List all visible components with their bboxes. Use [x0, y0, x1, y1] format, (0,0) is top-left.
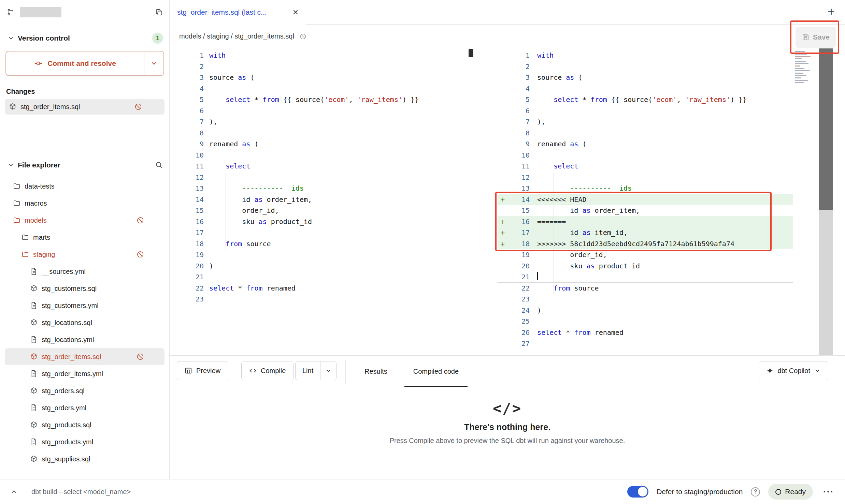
editor-modified[interactable]: 1with23source as (45 select * from {{ so… — [498, 48, 845, 355]
commit-options-button[interactable] — [144, 51, 163, 75]
lint-options-button[interactable] — [320, 361, 336, 380]
lint-label: Lint — [302, 367, 313, 375]
file-name: stg_locations.sql — [42, 319, 92, 327]
sidebar-item-stg_orders.sql[interactable]: stg_orders.sql — [5, 382, 164, 399]
code-line-23: 23 — [170, 294, 474, 305]
code-line-1: 1with — [170, 50, 474, 61]
breadcrumb-row: models / staging / stg_order_items.sql — [170, 24, 845, 48]
file-name: stg_supplies.sql — [42, 455, 90, 463]
compile-button[interactable]: Compile — [241, 361, 293, 380]
commit-and-resolve-button[interactable]: Commit and resolve — [5, 51, 164, 76]
file-name: models — [25, 217, 46, 224]
scrollbar[interactable] — [819, 48, 833, 355]
left-scrollbar-thumb[interactable] — [469, 49, 473, 57]
code-line-17: 17 — [170, 227, 474, 238]
code-line-22: 22select * from renamed — [170, 283, 474, 294]
breadcrumb: models / staging / stg_order_items.sql — [179, 32, 294, 40]
code-line-6: 6 — [498, 105, 793, 117]
file-name: stg_products.sql — [42, 421, 91, 429]
sidebar-item-macros[interactable]: macros — [5, 195, 164, 212]
folder-icon — [22, 251, 29, 258]
sidebar-item-data-tests[interactable]: data-tests — [5, 178, 164, 195]
file-name: stg_products.yml — [42, 438, 93, 446]
copy-icon[interactable] — [155, 8, 163, 16]
code-line-6: 6 — [170, 105, 474, 117]
sidebar-item-__sources.yml[interactable]: __sources.yml — [5, 263, 164, 280]
file-name: stg_customers.yml — [42, 302, 99, 310]
version-control-section-header[interactable]: Version control 1 — [0, 28, 169, 48]
new-tab-icon[interactable]: + — [828, 5, 835, 19]
changed-file-row[interactable]: stg_order_items.sql — [5, 99, 164, 115]
sidebar-item-stg_locations.sql[interactable]: stg_locations.sql — [5, 314, 164, 331]
empty-state-subtitle: Press Compile above to preview the SQL d… — [170, 437, 845, 445]
scrollbar-thumb[interactable] — [819, 48, 833, 210]
yml-icon — [30, 268, 38, 275]
file-name: __sources.yml — [42, 268, 86, 276]
yml-icon — [30, 404, 38, 412]
close-icon[interactable]: × — [293, 8, 298, 17]
code-icon-large: </> — [170, 400, 845, 417]
sidebar-item-marts[interactable]: marts — [5, 229, 164, 246]
model-icon — [30, 285, 38, 292]
lint-button[interactable]: Lint — [296, 361, 320, 380]
defer-toggle[interactable] — [627, 486, 648, 498]
commit-and-resolve-main[interactable]: Commit and resolve — [6, 51, 144, 75]
lint-button-group: Lint — [295, 361, 336, 380]
chevron-down-icon — [814, 368, 820, 374]
expand-command-bar-icon[interactable] — [10, 488, 18, 495]
sidebar-item-stg_supplies.sql[interactable]: stg_supplies.sql — [5, 450, 164, 468]
changes-count-badge: 1 — [152, 33, 163, 44]
sidebar-item-models[interactable]: models — [5, 212, 164, 229]
chevron-down-icon — [8, 35, 14, 42]
bottom-toolbar: Preview Compile Lint — [170, 356, 845, 387]
sidebar-item-staging[interactable]: staging — [5, 246, 164, 263]
code-line-16: 16 sku as product_id — [170, 216, 474, 227]
minimap[interactable] — [795, 51, 816, 89]
save-button[interactable]: Save — [796, 27, 836, 48]
tab-bar: stg_order_items.sql (last c... × + — [170, 0, 845, 25]
code-line-9: 9renamed as ( — [170, 138, 474, 150]
sidebar-item-stg_order_items.yml[interactable]: stg_order_items.yml — [5, 365, 164, 382]
code-line-21: 21 — [498, 271, 793, 283]
discard-change-icon[interactable] — [137, 217, 144, 224]
sidebar-item-stg_customers.sql[interactable]: stg_customers.sql — [5, 280, 164, 297]
discard-change-icon[interactable] — [137, 353, 144, 360]
sidebar-item-stg_products.yml[interactable]: stg_products.yml — [5, 433, 164, 450]
code-line-7: 7), — [498, 116, 793, 128]
tab-results[interactable]: Results — [356, 356, 396, 387]
sidebar-item-stg_customers.yml[interactable]: stg_customers.yml — [5, 297, 164, 314]
empty-state: </> There's nothing here. Press Compile … — [170, 400, 845, 445]
sidebar-item-stg_order_items.sql[interactable]: stg_order_items.sql — [5, 348, 164, 365]
branch-icon[interactable] — [7, 8, 15, 16]
copilot-label: dbt Copilot — [777, 367, 810, 375]
file-explorer-header[interactable]: File explorer — [0, 155, 169, 175]
model-icon — [30, 353, 38, 360]
command-input[interactable]: dbt build --select <model_name> — [31, 488, 131, 496]
sidebar-item-stg_orders.yml[interactable]: stg_orders.yml — [5, 399, 164, 416]
preview-button[interactable]: Preview — [177, 361, 228, 380]
code-line-3: 3source as ( — [498, 72, 793, 83]
sidebar-item-stg_locations.yml[interactable]: stg_locations.yml — [5, 331, 164, 348]
model-icon — [9, 103, 16, 110]
search-icon[interactable] — [155, 161, 163, 169]
discard-change-icon[interactable] — [134, 103, 142, 110]
preview-label: Preview — [196, 367, 220, 375]
code-line-18: +18>>>>>>> 58c1dd23d5eebd9cd2495fa7124ab… — [498, 238, 793, 250]
code-line-11: 11 select — [170, 161, 474, 172]
editor-original[interactable]: 1with23source as (45 select * from {{ so… — [170, 48, 474, 355]
code-line-20: 20 sku as product_id — [498, 261, 793, 272]
tab-title: stg_order_items.sql (last c... — [177, 8, 267, 16]
sidebar-item-stg_products.sql[interactable]: stg_products.sql — [5, 416, 164, 433]
tab-compiled-code[interactable]: Compiled code — [404, 356, 468, 387]
tab-stg-order-items[interactable]: stg_order_items.sql (last c... × — [170, 0, 306, 25]
bottom-panel: Preview Compile Lint — [170, 355, 845, 479]
model-icon — [30, 455, 38, 463]
more-options-icon[interactable]: ··· — [821, 487, 836, 497]
dbt-copilot-button[interactable]: dbt Copilot — [759, 361, 828, 380]
code-line-2: 2 — [170, 61, 474, 72]
code-line-2: 2 — [498, 61, 793, 72]
help-icon[interactable]: ? — [751, 487, 760, 496]
status-bar: dbt build --select <model_name> Defer to… — [0, 479, 845, 504]
discard-change-icon[interactable] — [137, 251, 144, 258]
code-line-10: 10 — [498, 150, 793, 161]
